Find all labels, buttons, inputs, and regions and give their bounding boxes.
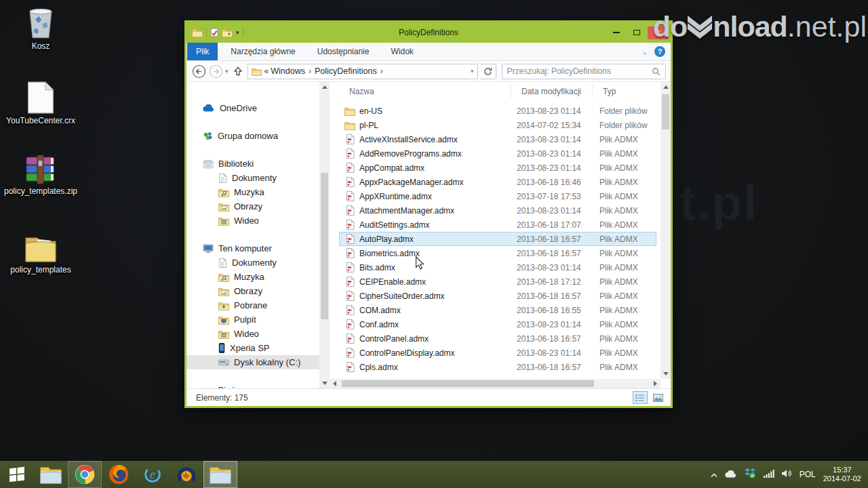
file-row-com-admx[interactable]: COM.admx2013-06-18 16:55Plik ADMX [339, 303, 656, 317]
breadcrumb-windows[interactable]: Windows [269, 66, 307, 76]
sidebar-item-wideo[interactable]: Wideo [186, 214, 319, 228]
scroll-up-icon[interactable] [319, 82, 330, 92]
sidebar-item-muzyka[interactable]: Muzyka [186, 270, 319, 284]
file-row-ceipenable-admx[interactable]: CEIPEnable.admx2013-06-18 17:12Plik ADMX [339, 274, 656, 289]
scrollbar-thumb[interactable] [342, 380, 594, 387]
breadcrumb-policydefinitions[interactable]: PolicyDefinitions [313, 66, 379, 76]
sidebar-item-dokumenty[interactable]: Dokumenty [186, 171, 319, 185]
breadcrumb-separator[interactable]: › [307, 66, 313, 76]
file-row-appxruntime-admx[interactable]: AppXRuntime.admx2013-07-18 17:53Plik ADM… [339, 189, 656, 203]
desktop-icon-youtubecenter-crx[interactable]: YouTubeCenter.crx [5, 81, 76, 125]
scroll-right-icon[interactable] [650, 379, 660, 388]
tray-dropbox-icon[interactable] [745, 468, 756, 481]
address-field[interactable]: «Windows›PolicyDefinitions› ▾ [248, 64, 478, 79]
desktop-icon-kosz[interactable]: Kosz [5, 5, 76, 51]
maximize-button[interactable] [627, 26, 646, 39]
view-thumbnails-button[interactable] [650, 391, 665, 404]
filelist-scrollbar[interactable] [660, 82, 671, 379]
scrollbar-thumb[interactable] [662, 94, 669, 129]
back-button[interactable] [191, 64, 206, 79]
sidebar-item-dokumenty[interactable]: Dokumenty [186, 256, 319, 270]
scrollbar-thumb[interactable] [321, 173, 328, 319]
view-details-button[interactable] [633, 391, 648, 404]
help-button[interactable]: ? [654, 46, 665, 57]
breadcrumb-separator[interactable]: › [379, 66, 384, 76]
address-dropdown-chevron-icon[interactable]: ▾ [471, 68, 474, 75]
tab-udostępnianie[interactable]: Udostępnianie [309, 43, 378, 60]
horizontal-scrollbar[interactable] [330, 379, 660, 388]
column-header-nazwa[interactable]: Nazwa [339, 85, 511, 98]
search-input[interactable]: Przeszukaj: PolicyDefinitions [502, 64, 666, 79]
tray-volume-icon[interactable] [782, 468, 792, 481]
desktop-icon-policy-templates-zip[interactable]: policy_templates.zip [5, 155, 76, 196]
sidebar-item-muzyka[interactable]: Muzyka [186, 185, 319, 199]
tray-expand-button[interactable] [711, 468, 717, 481]
column-header-data-modyfikacji[interactable]: Data modyfikacji [511, 85, 593, 98]
up-button[interactable] [231, 64, 245, 79]
language-indicator[interactable]: POL [800, 470, 816, 479]
file-row-auditsettings-admx[interactable]: AuditSettings.admx2013-06-18 17:07Plik A… [339, 218, 656, 232]
sidebar-item-label: Ten komputer [218, 243, 272, 253]
file-row-activexinstallservice-admx[interactable]: ActiveXInstallService.admx2013-08-23 01:… [339, 132, 656, 146]
sidebar-item-obrazy[interactable]: Obrazy [186, 284, 319, 298]
sidebar-item-ten-komputer[interactable]: Ten komputer [186, 241, 319, 256]
file-name: AuditSettings.admx [359, 220, 517, 230]
column-header-typ[interactable]: Typ [593, 85, 656, 98]
sidebar-item-xperia-sp[interactable]: Xperia SP [186, 341, 319, 355]
file-row-pl-pl[interactable]: pl-PL2014-07-02 15:34Folder plików [339, 118, 656, 132]
tray-network-icon[interactable] [764, 468, 774, 481]
disk-icon [218, 359, 229, 367]
recent-locations-chevron-icon[interactable]: ▾ [225, 68, 229, 75]
start-button[interactable] [0, 461, 34, 488]
sidebar-item-grupa-domowa[interactable]: Grupa domowa [186, 129, 319, 143]
file-row-appxpackagemanager-admx[interactable]: AppxPackageManager.admx2013-06-18 16:46P… [339, 175, 656, 189]
sidebar-item-obrazy[interactable]: Obrazy [186, 199, 319, 214]
file-row-en-us[interactable]: en-US2013-08-23 01:14Folder plików [339, 104, 656, 118]
file-row-biometrics-admx[interactable]: Biometrics.admx2013-06-18 16:57Plik ADMX [339, 246, 656, 260]
file-row-controlpanel-admx[interactable]: ControlPanel.admx2013-06-18 16:57Plik AD… [339, 331, 656, 346]
file-list: Nazwa Data modyfikacji Typ en-US2013-08-… [330, 82, 671, 388]
clock-date: 2014-07-02 [823, 474, 861, 483]
scroll-up-icon[interactable] [660, 82, 671, 92]
tab-narzędzia-główne[interactable]: Narzędzia główne [222, 43, 304, 60]
forward-button[interactable] [208, 64, 223, 79]
scroll-down-icon[interactable] [319, 378, 330, 388]
minimize-button[interactable] [607, 26, 626, 39]
file-row-appcompat-admx[interactable]: AppCompat.admx2013-08-23 01:14Plik ADMX [339, 161, 656, 175]
ribbon-expand-chevron-icon[interactable]: ⌄ [642, 48, 648, 56]
taskbar-explorer[interactable] [34, 461, 68, 488]
sidebar-item-onedrive[interactable]: OneDrive [186, 101, 319, 115]
tab-plik[interactable]: Plik [187, 43, 218, 60]
sidebar-item-biblioteki[interactable]: Biblioteki [186, 157, 319, 171]
sidebar-item-pulpit[interactable]: Pulpit [186, 312, 319, 327]
navpane-scrollbar[interactable] [319, 82, 330, 388]
recycle-bin-icon [25, 5, 56, 39]
taskbar-firefox[interactable] [102, 461, 136, 488]
taskbar-audacity[interactable] [170, 461, 203, 488]
sidebar-item-dysk-lokalny-c[interactable]: Dysk lokalny (C:) [186, 355, 319, 369]
taskbar-clock[interactable]: 15:37 2014-07-02 [823, 466, 861, 483]
scroll-down-icon[interactable] [660, 369, 671, 379]
sidebar-item-sieć[interactable]: Sieć [186, 383, 319, 388]
taskbar-chrome[interactable] [68, 461, 102, 488]
taskbar-ie[interactable]: e [136, 461, 170, 488]
sidebar-item-wideo[interactable]: Wideo [186, 327, 319, 341]
tab-widok[interactable]: Widok [382, 43, 422, 60]
sidebar-item-pobrane[interactable]: Pobrane [186, 298, 319, 312]
file-row-conf-admx[interactable]: Conf.admx2013-08-23 01:14Plik ADMX [339, 317, 656, 331]
file-row-autoplay-admx[interactable]: AutoPlay.admx2013-06-18 16:57Plik ADMX [339, 232, 656, 246]
refresh-button[interactable] [480, 64, 496, 79]
file-row-attachmentmanager-admx[interactable]: AttachmentManager.admx2013-08-23 01:14Pl… [339, 203, 656, 218]
file-type: Plik ADMX [599, 363, 656, 372]
tray-onedrive-icon[interactable] [725, 468, 737, 481]
file-row-cpls-admx[interactable]: Cpls.admx2013-06-18 16:57Plik ADMX [339, 360, 656, 374]
file-row-ciphersuiteorder-admx[interactable]: CipherSuiteOrder.admx2013-06-18 16:57Pli… [339, 289, 656, 303]
file-type: Plik ADMX [599, 220, 656, 230]
file-row-controlpaneldisplay-admx[interactable]: ControlPanelDisplay.admx2013-08-23 01:14… [339, 346, 656, 360]
taskbar-explorer-active[interactable] [203, 461, 237, 488]
sidebar-item-label: Dokumenty [232, 258, 277, 268]
desktop-icon-policy-templates[interactable]: policy_templates [5, 233, 76, 274]
file-row-addremoveprograms-admx[interactable]: AddRemovePrograms.admx2013-08-23 01:14Pl… [339, 146, 656, 161]
scroll-left-icon[interactable] [330, 379, 340, 388]
file-row-bits-admx[interactable]: Bits.admx2013-08-23 01:14Plik ADMX [339, 260, 656, 274]
